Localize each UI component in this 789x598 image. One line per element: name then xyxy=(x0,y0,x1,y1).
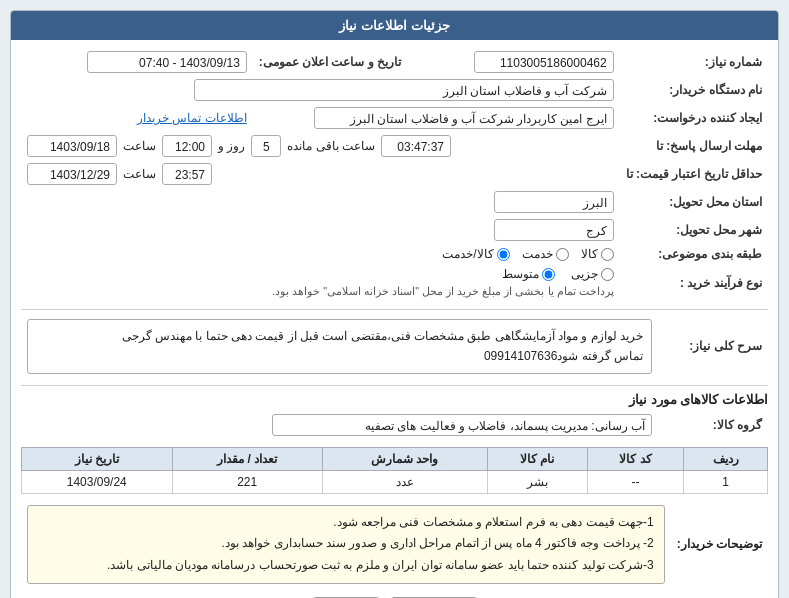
cell-date: 1403/09/24 xyxy=(22,470,173,493)
purchase-note: پرداخت تمام یا بخشی از مبلغ خرید از محل … xyxy=(27,285,614,298)
cell-code: -- xyxy=(587,470,683,493)
price-time-label: ساعت xyxy=(123,167,156,181)
col-code: کد کالا xyxy=(587,447,683,470)
buyer-notes-table: توضیحات خریدار: 1-جهت قیمت دهی به فرم اس… xyxy=(21,502,768,587)
price-deadline-label: حداقل تاریخ اعتبار قیمت: تا xyxy=(620,160,768,188)
category-option-khadamat[interactable]: خدمت xyxy=(522,247,569,261)
price-deadline-value: 23:57 ساعت 1403/12/29 xyxy=(21,160,620,188)
card-header: جزئیات اطلاعات نیاز xyxy=(11,11,778,40)
purchase-type-jozi[interactable]: جزیی xyxy=(571,267,614,281)
goods-table-header-row: ردیف کد کالا نام کالا واحد شمارش تعداد /… xyxy=(22,447,768,470)
category-label: طبقه بندی موضوعی: xyxy=(620,244,768,264)
need-desc-value: خرید لوازم و مواد آزمایشگاهی طبق مشخصات … xyxy=(21,316,658,377)
date-box: 1403/09/13 - 07:40 xyxy=(87,51,247,73)
need-desc-label: سرح کلی نیاز: xyxy=(658,316,768,377)
creator-label: ایجاد کننده درخواست: xyxy=(620,104,768,132)
goods-table: ردیف کد کالا نام کالا واحد شمارش تعداد /… xyxy=(21,447,768,494)
need-desc-line2: تماس گرفته شود09914107636 xyxy=(484,349,643,363)
divider-2 xyxy=(21,385,768,386)
goods-table-body: 1 -- بشر عدد 221 1403/09/24 xyxy=(22,470,768,493)
price-time-box: 23:57 xyxy=(162,163,212,185)
col-name: نام کالا xyxy=(487,447,587,470)
purchase-type-value: جزیی متوسط پرداخت تمام یا بخشی از مبلغ خ… xyxy=(21,264,620,301)
category-option-kala[interactable]: کالا xyxy=(581,247,614,261)
need-desc-table: سرح کلی نیاز: خرید لوازم و مواد آزمایشگا… xyxy=(21,316,768,377)
countdown-label: ساعت باقی مانده xyxy=(287,139,375,153)
row-buyer-notes: توضیحات خریدار: 1-جهت قیمت دهی به فرم اس… xyxy=(21,502,768,587)
radio-both[interactable] xyxy=(497,248,510,261)
cell-qty: 221 xyxy=(172,470,322,493)
purchase-type-mota[interactable]: متوسط xyxy=(502,267,555,281)
province-label: استان محل تحویل: xyxy=(620,188,768,216)
date-value: 1403/09/13 - 07:40 xyxy=(21,48,253,76)
info-table: شماره نیاز: 1103005186000462 تاریخ و ساع… xyxy=(21,48,768,301)
city-label: شهر محل تحویل: xyxy=(620,216,768,244)
radio-mota[interactable] xyxy=(542,268,555,281)
creator-box: ایرج امین کاربردار شرکت آب و فاضلاب استا… xyxy=(314,107,614,129)
col-date: تاریخ نیاز xyxy=(22,447,173,470)
row-need-number: شماره نیاز: 1103005186000462 تاریخ و ساع… xyxy=(21,48,768,76)
need-number-value: 1103005186000462 xyxy=(407,48,619,76)
province-value: البرز xyxy=(21,188,620,216)
group-table: گروه کالا: آب رسانی: مدیریت پسماند، فاضل… xyxy=(21,411,768,439)
row-purchase-type: نوع فرآیند خرید : جزیی متوسط xyxy=(21,264,768,301)
response-deadline-label: مهلت ارسال پاسخ: تا xyxy=(620,132,768,160)
col-qty: تعداد / مقدار xyxy=(172,447,322,470)
page-wrapper: جزئیات اطلاعات نیاز شماره نیاز: 11030051… xyxy=(0,0,789,598)
col-unit: واحد شمارش xyxy=(322,447,487,470)
category-option-both[interactable]: کالا/خدمت xyxy=(442,247,509,261)
time-label: ساعت xyxy=(123,139,156,153)
main-card: جزئیات اطلاعات نیاز شماره نیاز: 11030051… xyxy=(10,10,779,598)
creator-link-cell: اطلاعات تماس خریدار xyxy=(21,104,253,132)
time-box: 12:00 xyxy=(162,135,212,157)
cell-unit: عدد xyxy=(322,470,487,493)
buyer-name-label: نام دستگاه خریدار: xyxy=(620,76,768,104)
row-creator: ایجاد کننده درخواست: ایرج امین کاربردار … xyxy=(21,104,768,132)
category-value: کالا خدمت کالا/خدمت xyxy=(21,244,620,264)
radio-khadamat[interactable] xyxy=(556,248,569,261)
group-box: آب رسانی: مدیریت پسماند، فاضلاب و فعالیت… xyxy=(272,414,652,436)
cell-row-num: 1 xyxy=(684,470,768,493)
page-title: جزئیات اطلاعات نیاز xyxy=(339,18,449,33)
creator-link[interactable]: اطلاعات تماس خریدار xyxy=(137,111,247,125)
purchase-type-label: نوع فرآیند خرید : xyxy=(620,264,768,301)
province-box: البرز xyxy=(494,191,614,213)
group-label: گروه کالا: xyxy=(658,411,768,439)
buyer-name-value: شرکت آب و فاضلاب استان البرز xyxy=(21,76,620,104)
buyer-notes-line1: 1-جهت قیمت دهی به فرم استعلام و مشخصات ف… xyxy=(38,512,654,534)
countdown-box: 03:47:37 xyxy=(381,135,451,157)
need-desc-box: خرید لوازم و مواد آزمایشگاهی طبق مشخصات … xyxy=(27,319,652,374)
table-row: 1 -- بشر عدد 221 1403/09/24 xyxy=(22,470,768,493)
buyer-name-box: شرکت آب و فاضلاب استان البرز xyxy=(194,79,614,101)
card-body: شماره نیاز: 1103005186000462 تاریخ و ساع… xyxy=(11,40,778,598)
row-province: استان محل تحویل: البرز xyxy=(21,188,768,216)
row-category: طبقه بندی موضوعی: کالا خدمت کالا/خدمت xyxy=(21,244,768,264)
col-row: ردیف xyxy=(684,447,768,470)
goods-info-title: اطلاعات کالاهای مورد نیاز xyxy=(21,392,768,407)
buyer-notes-box: 1-جهت قیمت دهی به فرم استعلام و مشخصات ف… xyxy=(27,505,665,584)
city-value: کرج xyxy=(21,216,620,244)
radio-kala[interactable] xyxy=(601,248,614,261)
days-label: روز و xyxy=(218,139,245,153)
row-need-desc: سرح کلی نیاز: خرید لوازم و مواد آزمایشگا… xyxy=(21,316,768,377)
price-date-box: 1403/12/29 xyxy=(27,163,117,185)
row-price-deadline: حداقل تاریخ اعتبار قیمت: تا 23:57 ساعت 1… xyxy=(21,160,768,188)
row-buyer-name: نام دستگاه خریدار: شرکت آب و فاضلاب استا… xyxy=(21,76,768,104)
divider-1 xyxy=(21,309,768,310)
goods-table-head: ردیف کد کالا نام کالا واحد شمارش تعداد /… xyxy=(22,447,768,470)
buyer-notes-value: 1-جهت قیمت دهی به فرم استعلام و مشخصات ف… xyxy=(21,502,671,587)
buyer-notes-label: توضیحات خریدار: xyxy=(671,502,768,587)
buyer-notes-line3: 3-شرکت تولید کننده حتما باید عضو سامانه … xyxy=(38,555,654,577)
radio-jozi[interactable] xyxy=(601,268,614,281)
group-value: آب رسانی: مدیریت پسماند، فاضلاب و فعالیت… xyxy=(21,411,658,439)
buyer-notes-line2: 2- پرداخت وجه فاکتور 4 ماه پس از اتمام م… xyxy=(38,533,654,555)
date-box-2: 1403/09/18 xyxy=(27,135,117,157)
need-number-box: 1103005186000462 xyxy=(474,51,614,73)
city-box: کرج xyxy=(494,219,614,241)
row-response-deadline: مهلت ارسال پاسخ: تا 03:47:37 ساعت باقی م… xyxy=(21,132,768,160)
date-label: تاریخ و ساعت اعلان عمومی: xyxy=(253,48,407,76)
need-number-label: شماره نیاز: xyxy=(620,48,768,76)
response-deadline-value: 03:47:37 ساعت باقی مانده 5 روز و 12:00 س… xyxy=(21,132,620,160)
days-box: 5 xyxy=(251,135,281,157)
row-city: شهر محل تحویل: کرج xyxy=(21,216,768,244)
